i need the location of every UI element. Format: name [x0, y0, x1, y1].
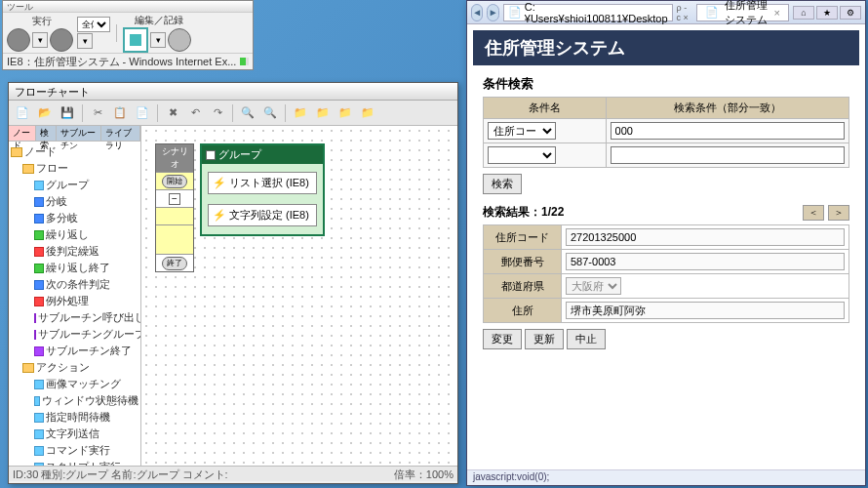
- group-title: グループ: [218, 147, 261, 162]
- result-label: 住所: [484, 299, 562, 323]
- zoom-out-icon[interactable]: 🔍: [260, 103, 280, 123]
- save-icon[interactable]: 💾: [58, 103, 77, 123]
- tree-item[interactable]: 分岐: [9, 193, 140, 210]
- tree-item[interactable]: 指定時間待機: [9, 409, 140, 426]
- scenario-node[interactable]: シナリオ 開始 − 終了: [155, 143, 194, 272]
- tree-tab-search[interactable]: 検索: [36, 126, 57, 141]
- change-button[interactable]: 変更: [483, 329, 522, 349]
- paste-icon[interactable]: 📄: [133, 103, 152, 123]
- tree-item[interactable]: 画像マッチング: [9, 376, 140, 392]
- favorites-button[interactable]: ★: [816, 6, 838, 20]
- tree-item[interactable]: コマンド実行: [9, 442, 140, 459]
- redo-icon[interactable]: ↷: [208, 103, 227, 123]
- folder2-icon[interactable]: 📁: [313, 103, 333, 123]
- folder3-icon[interactable]: 📁: [335, 103, 355, 123]
- result-title: 検索結果：1/22: [483, 204, 564, 221]
- stop-button[interactable]: [168, 28, 191, 52]
- collapse-toggle[interactable]: −: [169, 193, 180, 205]
- tab-favicon: 📄: [705, 6, 719, 19]
- tree-item[interactable]: 繰り返し: [9, 226, 140, 243]
- tree-item[interactable]: 多分岐: [9, 210, 140, 226]
- search-table: 条件名 検索条件（部分一致） 住所コード: [483, 97, 849, 168]
- group-node[interactable]: −グループ ⚡リスト選択 (IE8) ⚡文字列設定 (IE8): [200, 143, 325, 236]
- search-h1: 条件名: [484, 98, 607, 119]
- tree-item[interactable]: サブルーチン終了: [9, 343, 140, 359]
- folder4-icon[interactable]: 📁: [358, 103, 377, 123]
- tree-item[interactable]: 後判定繰返: [9, 243, 140, 260]
- start-terminal[interactable]: 開始: [162, 175, 187, 188]
- address-code-field[interactable]: [566, 228, 845, 246]
- browser-tab[interactable]: 📄住所管理システム×: [696, 4, 789, 21]
- tree-item[interactable]: スクリプト実行: [9, 459, 140, 466]
- cancel-button[interactable]: 中止: [567, 329, 606, 349]
- action-node-2[interactable]: ⚡文字列設定 (IE8): [208, 204, 317, 226]
- condition-value-2[interactable]: [611, 146, 845, 164]
- system-title: 住所管理システム: [473, 30, 859, 65]
- page-icon: 📄: [508, 6, 522, 19]
- open-icon[interactable]: 📂: [35, 103, 55, 123]
- zoom-in-icon[interactable]: 🔍: [238, 103, 257, 123]
- tree-flow[interactable]: フロー: [9, 160, 140, 177]
- progress-bar: [240, 58, 249, 65]
- scenario-head: シナリオ: [156, 144, 193, 172]
- tree-item[interactable]: 次の条件判定: [9, 276, 140, 293]
- result-label: 住所コード: [484, 225, 562, 250]
- tree-tab-node[interactable]: ノード: [9, 126, 36, 141]
- flowchart-canvas[interactable]: シナリオ 開始 − 終了 −グループ ⚡リスト選択 (IE8) ⚡文字列設定 (…: [141, 126, 457, 466]
- condition-value-1[interactable]: [611, 122, 845, 140]
- ie-content: 住所管理システム 条件検索 条件名 検索条件（部分一致） 住所コード 検索: [467, 24, 865, 469]
- condition-select-1[interactable]: 住所コード: [488, 122, 556, 140]
- end-terminal[interactable]: 終了: [162, 257, 187, 270]
- folder1-icon[interactable]: 📁: [291, 103, 310, 123]
- tree-item[interactable]: 繰り返し終了: [9, 260, 140, 276]
- flowchart-window: フローチャート 📄 📂 💾 ✂ 📋 📄 ✖ ↶ ↷ 🔍 🔍 📁 📁 📁 📁 ノー…: [8, 82, 458, 484]
- tree-item[interactable]: 文字列送信: [9, 426, 140, 442]
- postal-code-field[interactable]: [566, 253, 845, 270]
- pager-prev[interactable]: ＜: [803, 205, 824, 221]
- flowchart-toolbar: 📄 📂 💾 ✂ 📋 📄 ✖ ↶ ↷ 🔍 🔍 📁 📁 📁 📁: [9, 101, 457, 126]
- status-right: 倍率：100%: [394, 468, 454, 480]
- result-label: 都道府県: [484, 274, 562, 299]
- play-button[interactable]: [50, 28, 73, 52]
- scope-arrow[interactable]: ▾: [77, 33, 93, 49]
- exec-label: 実行: [32, 15, 52, 28]
- cut-icon[interactable]: ✂: [88, 103, 107, 123]
- prefecture-select[interactable]: 大阪府: [566, 277, 621, 295]
- tree-item[interactable]: サブルーチングループ: [9, 326, 140, 343]
- condition-select-2[interactable]: [488, 146, 556, 164]
- record-mode-dropdown[interactable]: ▾: [150, 32, 166, 48]
- copy-icon[interactable]: 📋: [110, 103, 130, 123]
- new-icon[interactable]: 📄: [13, 103, 32, 123]
- tree-tab-lib[interactable]: ライブラリ: [101, 126, 140, 141]
- back-button[interactable]: ◄: [471, 4, 483, 21]
- flowchart-statusbar: ID:30 種別:グループ 名前:グループ コメント: 倍率：100%: [9, 466, 457, 481]
- result-table: 住所コード 郵便番号 都道府県大阪府 住所: [483, 224, 849, 323]
- pager-next[interactable]: ＞: [828, 205, 849, 221]
- address-field[interactable]: [566, 302, 845, 319]
- search-indicator: ρ - c ×: [677, 3, 692, 22]
- tree-action[interactable]: アクション: [9, 359, 140, 376]
- flowchart-title: フローチャート: [9, 83, 457, 101]
- tab-close-icon[interactable]: ×: [774, 7, 780, 19]
- address-bar[interactable]: 📄C:¥Users¥shioi100811¥Desktop: [503, 4, 673, 21]
- ie-chrome: ◄ ► 📄C:¥Users¥shioi100811¥Desktop ρ - c …: [467, 1, 865, 24]
- undo-icon[interactable]: ↶: [185, 103, 205, 123]
- tree-item[interactable]: グループ: [9, 177, 140, 193]
- delete-icon[interactable]: ✖: [163, 103, 182, 123]
- tree-item[interactable]: サブルーチン呼び出し: [9, 309, 140, 326]
- scope-select[interactable]: 全体: [77, 17, 110, 32]
- action-node-1[interactable]: ⚡リスト選択 (IE8): [208, 172, 317, 194]
- record-button[interactable]: [7, 28, 30, 52]
- home-button[interactable]: ⌂: [793, 6, 814, 20]
- tree-item[interactable]: ウィンドウ状態待機: [9, 392, 140, 409]
- forward-button[interactable]: ►: [487, 4, 498, 21]
- record-dropdown[interactable]: ▾: [32, 32, 48, 48]
- tree-item[interactable]: 例外処理: [9, 293, 140, 309]
- update-button[interactable]: 更新: [525, 329, 564, 349]
- record-mode-button[interactable]: [123, 27, 148, 53]
- bolt-icon: ⚡: [213, 177, 226, 189]
- tree-tab-sub[interactable]: サブルーチン: [57, 126, 101, 141]
- tools-button[interactable]: ⚙: [840, 6, 861, 20]
- group-collapse-icon[interactable]: −: [206, 150, 216, 160]
- search-button[interactable]: 検索: [483, 174, 522, 194]
